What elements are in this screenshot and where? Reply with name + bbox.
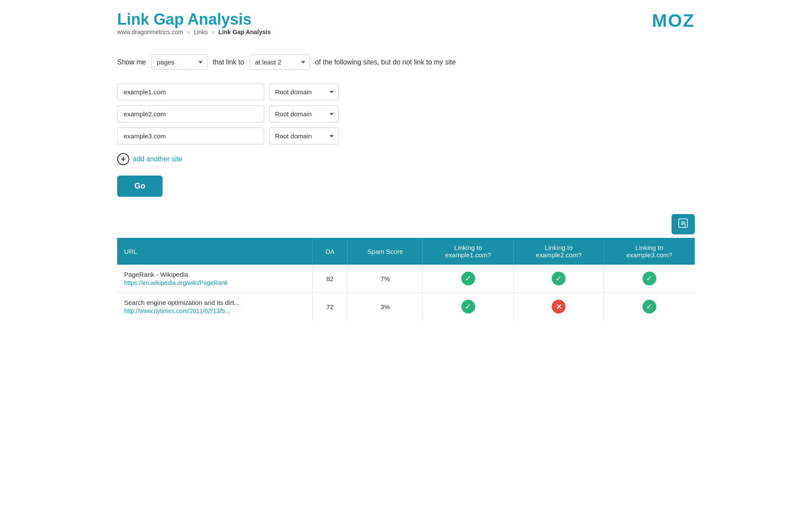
export-icon <box>678 218 688 230</box>
cell-link2-2: ✕ <box>513 293 604 321</box>
check-green-icon: ✓ <box>643 300 656 314</box>
site-input-3[interactable] <box>117 128 264 144</box>
that-link-to-label: that link to <box>213 58 244 66</box>
of-the-following-label: of the following sites, but do not link … <box>315 58 456 66</box>
col-header-link2: Linking toexample2.com? <box>513 238 604 265</box>
breadcrumb-site: www.dragonmetrics.com <box>117 29 183 35</box>
add-another-site-row[interactable]: + add another site <box>117 153 695 165</box>
check-green-icon: ✓ <box>461 300 475 314</box>
site-input-1[interactable] <box>117 83 264 100</box>
check-green-icon: ✓ <box>643 272 656 285</box>
col-header-url: URL <box>117 238 312 265</box>
breadcrumb-sep1: › <box>187 29 189 35</box>
cell-spam-2: 3% <box>348 293 423 321</box>
filter-row: Show me pages domains that link to at le… <box>117 54 695 70</box>
breadcrumb-section: Links <box>194 29 208 35</box>
breadcrumb-sep2: › <box>212 29 214 35</box>
cell-da-1: 82 <box>312 265 347 293</box>
cell-da-2: 72 <box>312 293 347 321</box>
breadcrumb: www.dragonmetrics.com › Links › Link Gap… <box>117 29 271 35</box>
cell-spam-1: 7% <box>348 265 423 293</box>
site-scope-select-2[interactable]: Root domain Subdomain Exact page <box>269 106 339 122</box>
show-me-label: Show me <box>117 58 146 66</box>
results-table: URL DA Spam Score Linking toexample1.com… <box>117 238 695 320</box>
cell-link3-2: ✓ <box>604 293 695 321</box>
cell-link3-1: ✓ <box>604 265 695 293</box>
pages-select[interactable]: pages domains <box>151 54 208 70</box>
check-green-icon: ✓ <box>461 272 475 285</box>
at-least-select[interactable]: at least 1 at least 2 at least 3 <box>249 54 310 70</box>
check-red-icon: ✕ <box>552 300 566 314</box>
table-row: PageRank - Wikipedia https://en.wikipedi… <box>117 265 695 293</box>
add-site-label: add another site <box>133 155 182 163</box>
sites-section: Root domain Subdomain Exact page Root do… <box>117 83 695 144</box>
table-row: Search engine optimization and its dirt.… <box>117 293 695 321</box>
page-title: Link Gap Analysis <box>117 10 271 29</box>
site-scope-select-3[interactable]: Root domain Subdomain Exact page <box>269 128 339 144</box>
url-link-1[interactable]: https://en.wikipedia.org/wiki/PageRank <box>124 279 228 286</box>
moz-logo: MOZ <box>652 10 695 31</box>
url-link-2[interactable]: http://www.nytimes.com/2011/02/13/b... <box>124 307 230 314</box>
cell-url-1: PageRank - Wikipedia https://en.wikipedi… <box>117 265 312 293</box>
export-button[interactable] <box>671 214 695 234</box>
breadcrumb-current: Link Gap Analysis <box>218 29 271 35</box>
export-row <box>117 214 695 234</box>
col-header-spam-score: Spam Score <box>348 238 423 265</box>
site-scope-select-1[interactable]: Root domain Subdomain Exact page <box>269 83 339 100</box>
check-green-icon: ✓ <box>552 272 566 285</box>
url-title-1: PageRank - Wikipedia <box>124 271 305 278</box>
site-row-2: Root domain Subdomain Exact page <box>117 106 695 122</box>
col-header-da: DA <box>312 238 347 265</box>
col-header-link1: Linking toexample1.com? <box>423 238 513 265</box>
site-row-3: Root domain Subdomain Exact page <box>117 128 695 144</box>
add-site-icon: + <box>117 153 129 165</box>
cell-url-2: Search engine optimization and its dirt.… <box>117 293 312 321</box>
col-header-link3: Linking toexample3.com? <box>604 238 695 265</box>
site-row-1: Root domain Subdomain Exact page <box>117 83 695 100</box>
cell-link1-1: ✓ <box>423 265 513 293</box>
cell-link1-2: ✓ <box>423 293 513 321</box>
site-input-2[interactable] <box>117 106 264 122</box>
cell-link2-1: ✓ <box>513 265 604 293</box>
go-button[interactable]: Go <box>117 176 163 197</box>
url-title-2: Search engine optimization and its dirt.… <box>124 299 305 306</box>
